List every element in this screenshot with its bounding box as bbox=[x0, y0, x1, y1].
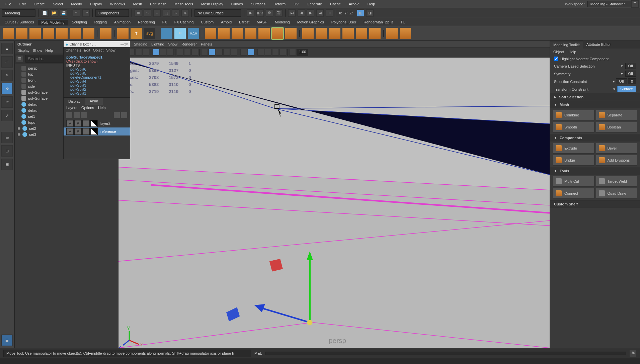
extrude-icon[interactable] bbox=[329, 28, 340, 39]
layer-new-icon[interactable] bbox=[66, 112, 72, 118]
mt-sel-dd[interactable]: Off bbox=[616, 78, 627, 84]
search-icon[interactable]: ☰ bbox=[16, 55, 23, 63]
vp-2d-icon[interactable] bbox=[143, 49, 149, 56]
vp-dof-icon[interactable] bbox=[272, 49, 279, 56]
poly-svg-icon[interactable]: svg bbox=[144, 28, 155, 39]
poly-torus-icon[interactable] bbox=[56, 28, 68, 39]
tab-attr-editor[interactable]: Attribute Editor bbox=[583, 41, 614, 49]
mt-sym-dd[interactable]: Off bbox=[625, 71, 636, 77]
vp-res-gate-icon[interactable] bbox=[167, 49, 174, 56]
vp-xray-icon[interactable] bbox=[248, 49, 254, 56]
layer-vis-toggle[interactable]: V bbox=[66, 120, 74, 127]
bridge-button[interactable]: Bridge bbox=[553, 155, 594, 166]
range-slider[interactable] bbox=[0, 358, 640, 364]
components-header[interactable]: Components bbox=[560, 136, 582, 140]
channel-box-panel[interactable]: ◆Channel Box / L... —□× Channels Edit Ob… bbox=[63, 41, 130, 159]
layer-play-toggle[interactable]: P bbox=[74, 128, 82, 135]
menu-create[interactable]: Create bbox=[30, 2, 49, 6]
scale-tool[interactable]: ⤢ bbox=[1, 110, 13, 121]
render-icon[interactable]: ▶ bbox=[247, 9, 254, 17]
workspace-dropdown[interactable]: Modeling - Standard* bbox=[587, 1, 631, 7]
tools-header[interactable]: Tools bbox=[560, 169, 569, 173]
add-divisions-button[interactable]: Add Divisions bbox=[596, 155, 638, 166]
shelf-tab-rendering[interactable]: Rendering bbox=[135, 19, 158, 25]
shelf-tab-polyuser[interactable]: Polygons_User bbox=[328, 19, 360, 25]
render-settings-icon[interactable]: ⚙ bbox=[266, 9, 273, 17]
insert-edgeloop-icon[interactable] bbox=[386, 28, 398, 39]
layer-menu-help[interactable]: Help bbox=[98, 106, 106, 110]
menu-select[interactable]: Select bbox=[49, 2, 67, 6]
tab-modeling-toolkit[interactable]: Modeling Toolkit bbox=[550, 41, 583, 49]
paint-select-tool[interactable]: ✎ bbox=[1, 70, 13, 81]
shelf-tab-rigging[interactable]: Rigging bbox=[91, 19, 110, 25]
layer-type-toggle[interactable] bbox=[82, 120, 90, 127]
shelf-tab-mash[interactable]: MASH bbox=[253, 19, 271, 25]
highlight-checkbox[interactable] bbox=[554, 57, 558, 61]
mt-menu-object[interactable]: Object bbox=[553, 50, 564, 54]
menu-arnold[interactable]: Arnold bbox=[345, 2, 364, 6]
play-fwd-icon[interactable]: ▶ bbox=[307, 9, 314, 17]
ipr-icon[interactable]: IPR bbox=[256, 9, 264, 17]
select-tool[interactable]: ▲ bbox=[1, 43, 13, 54]
soft-selection-header[interactable]: Soft Selection bbox=[559, 95, 583, 99]
snap-plane-icon[interactable]: ⬚ bbox=[163, 9, 170, 17]
vp-textured-icon[interactable] bbox=[216, 49, 223, 56]
layer-type-toggle[interactable] bbox=[82, 128, 90, 135]
poly-disc-icon[interactable] bbox=[83, 28, 94, 39]
layer-color-swatch[interactable] bbox=[90, 120, 98, 127]
shelf-tab-custom[interactable]: Custom bbox=[197, 19, 217, 25]
cb-node[interactable]: polySplit1 bbox=[66, 91, 127, 95]
menu-help[interactable]: Help bbox=[364, 2, 379, 6]
menu-windows[interactable]: Windows bbox=[106, 2, 129, 6]
cb-menu-edit[interactable]: Edit bbox=[84, 48, 90, 52]
menu-file[interactable]: File bbox=[1, 2, 15, 6]
vp-grid-icon[interactable] bbox=[152, 49, 159, 56]
rotate-tool[interactable]: ⟳ bbox=[1, 96, 13, 108]
outliner-menu-display[interactable]: Display bbox=[17, 49, 29, 53]
boolean-button[interactable]: Boolean bbox=[596, 122, 638, 132]
vp-image-plane-icon[interactable] bbox=[135, 49, 142, 56]
multicut-icon[interactable] bbox=[369, 28, 381, 39]
layer-play-toggle[interactable]: P bbox=[74, 120, 82, 127]
minimize-icon[interactable]: — bbox=[121, 42, 124, 46]
undo-icon[interactable]: ↶ bbox=[73, 9, 80, 17]
play-back-icon[interactable]: ◀ bbox=[298, 9, 305, 17]
poly-sphere-icon[interactable] bbox=[3, 28, 14, 39]
merge-icon[interactable] bbox=[342, 28, 354, 39]
layer-add-icon[interactable] bbox=[114, 112, 120, 118]
module-dropdown[interactable]: Modeling bbox=[2, 9, 35, 17]
layer-empty-icon[interactable] bbox=[121, 112, 127, 118]
layer-tab-display[interactable]: Display bbox=[64, 98, 85, 105]
center-pivot-icon[interactable] bbox=[161, 28, 172, 39]
cb-node[interactable]: polySplit2 bbox=[66, 87, 127, 91]
vp-wireframe-icon[interactable] bbox=[201, 49, 208, 56]
mesh-header[interactable]: Mesh bbox=[560, 103, 569, 107]
shelf-tab-sculpt[interactable]: Sculpting bbox=[69, 19, 90, 25]
command-language-label[interactable]: MEL bbox=[254, 351, 262, 355]
cb-cvs[interactable]: CVs (click to show) bbox=[66, 59, 127, 63]
vp-exposure-icon[interactable] bbox=[289, 49, 296, 56]
play-end-icon[interactable]: ⏭ bbox=[316, 9, 324, 17]
snap-center-icon[interactable]: ⊙ bbox=[172, 9, 179, 17]
reduce-icon[interactable] bbox=[285, 28, 297, 39]
shelf-tab-anim[interactable]: Animation bbox=[111, 19, 134, 25]
subdiv-icon[interactable] bbox=[272, 28, 283, 39]
vp-shadows-icon[interactable] bbox=[231, 49, 237, 56]
extract-icon[interactable] bbox=[232, 28, 243, 39]
vp-shaded-icon[interactable] bbox=[209, 49, 215, 56]
menu-mesh[interactable]: Mesh bbox=[129, 2, 146, 6]
vp-lights-icon[interactable] bbox=[223, 49, 230, 56]
cb-menu-channels[interactable]: Channels bbox=[66, 48, 81, 52]
menu-display[interactable]: Display bbox=[86, 2, 106, 6]
cb-node[interactable]: polySplit5 bbox=[66, 71, 127, 75]
shelf-tab-bifrost[interactable]: Bifrost bbox=[236, 19, 253, 25]
bridge-icon[interactable] bbox=[316, 28, 327, 39]
modeling-toolkit-toggle-icon[interactable]: ◧ bbox=[357, 9, 364, 17]
shelf-tab-fxcache[interactable]: FX Caching bbox=[171, 19, 197, 25]
mt-sel-num[interactable]: 0 bbox=[628, 78, 636, 84]
layout-four-icon[interactable]: ⊞ bbox=[1, 145, 13, 157]
poly-cone-icon[interactable] bbox=[43, 28, 54, 39]
shelf-tab-modeling[interactable]: Modeling bbox=[271, 19, 293, 25]
shelf-tab-arnold[interactable]: Arnold bbox=[218, 19, 235, 25]
attr-editor-toggle-icon[interactable]: ◨ bbox=[366, 9, 374, 17]
